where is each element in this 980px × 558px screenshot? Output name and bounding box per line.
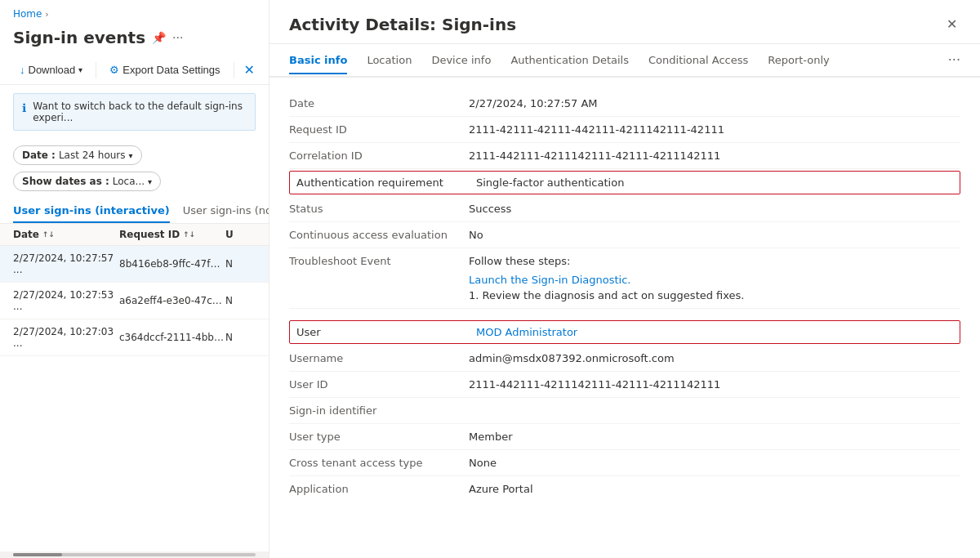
tab-non-interactive[interactable]: User sign-ins (non... xyxy=(183,198,270,223)
row-user: N xyxy=(225,258,256,270)
toolbar-close-icon[interactable]: ✕ xyxy=(244,62,255,78)
field-troubleshoot: Troubleshoot Event Follow these steps: L… xyxy=(289,248,960,309)
date-format-filter-chip[interactable]: Show dates as : Loca... ▾ xyxy=(13,172,161,191)
field-application: Application Azure Portal xyxy=(289,476,960,502)
tab-report-only[interactable]: Report-only xyxy=(768,46,830,74)
row-reqid: c364dccf-2111-4bbd-... xyxy=(119,332,225,343)
detail-tabs: Basic info Location Device info Authenti… xyxy=(270,44,980,78)
filter-chevron-icon: ▾ xyxy=(129,151,133,160)
info-icon: ℹ xyxy=(22,101,26,114)
row-user: N xyxy=(225,332,256,343)
toolbar-divider xyxy=(96,62,96,78)
field-status: Status Success xyxy=(289,196,960,222)
toolbar: ↓ Download ▾ ⚙ Export Data Settings ✕ xyxy=(0,56,269,85)
scrollbar[interactable] xyxy=(0,551,269,558)
tab-basic-info[interactable]: Basic info xyxy=(289,46,347,74)
col-header-date[interactable]: Date ↑↓ xyxy=(13,229,119,240)
launch-diagnostic-link[interactable]: Launch the Sign-in Diagnostic. xyxy=(469,274,960,286)
gear-icon: ⚙ xyxy=(109,64,119,76)
troubleshoot-note: 1. Review the diagnosis and act on sugge… xyxy=(469,289,960,301)
table-header: Date ↑↓ Request ID ↑↓ U xyxy=(0,224,269,246)
info-banner: ℹ Want to switch back to the default sig… xyxy=(13,93,256,131)
sort-reqid-icon: ↑↓ xyxy=(183,230,195,239)
detail-title: Activity Details: Sign-ins xyxy=(289,15,516,34)
filter-chevron-icon-2: ▾ xyxy=(148,177,152,186)
field-signin-identifier: Sign-in identifier xyxy=(289,398,960,424)
field-username: Username admin@msdx087392.onmicrosoft.co… xyxy=(289,346,960,372)
field-request-id: Request ID 2111-42111-42111-442111-42111… xyxy=(289,117,960,143)
detail-content: Date 2/27/2024, 10:27:57 AM Request ID 2… xyxy=(270,78,980,558)
sort-date-icon: ↑↓ xyxy=(42,230,55,239)
download-chevron-icon: ▾ xyxy=(78,65,82,74)
table-row[interactable]: 2/27/2024, 10:27:57 ... 8b416eb8-9ffc-47… xyxy=(0,246,269,283)
tab-location[interactable]: Location xyxy=(367,46,412,74)
col-header-user: U xyxy=(225,229,256,240)
download-icon: ↓ xyxy=(20,64,25,76)
field-date: Date 2/27/2024, 10:27:57 AM xyxy=(289,91,960,117)
export-settings-button[interactable]: ⚙ Export Data Settings xyxy=(103,60,226,79)
field-cross-tenant: Cross tenant access type None xyxy=(289,450,960,476)
filters-row: Date : Last 24 hours ▾ Show dates as : L… xyxy=(0,139,269,198)
scrollbar-thumb xyxy=(13,553,62,556)
section-spacer xyxy=(289,309,960,319)
detail-close-button[interactable]: ✕ xyxy=(943,13,960,35)
tab-interactive[interactable]: User sign-ins (interactive) xyxy=(13,198,170,223)
field-user-id: User ID 2111-442111-4211142111-42111-421… xyxy=(289,372,960,398)
troubleshoot-cell: Follow these steps: Launch the Sign-in D… xyxy=(469,255,960,301)
row-reqid: a6a2eff4-e3e0-47ca-... xyxy=(119,295,225,306)
row-date: 2/27/2024, 10:27:03 ... xyxy=(13,326,119,349)
sign-in-tabs: User sign-ins (interactive) User sign-in… xyxy=(0,198,269,224)
breadcrumb-chevron: › xyxy=(45,10,48,19)
detail-panel: Activity Details: Sign-ins ✕ Basic info … xyxy=(270,0,980,558)
tab-device-info[interactable]: Device info xyxy=(431,46,491,74)
troubleshoot-steps: Follow these steps: xyxy=(469,255,960,267)
table-row[interactable]: 2/27/2024, 10:27:53 ... a6a2eff4-e3e0-47… xyxy=(0,283,269,319)
row-date: 2/27/2024, 10:27:57 ... xyxy=(13,252,119,275)
download-button[interactable]: ↓ Download ▾ xyxy=(13,60,89,79)
tab-authentication-details[interactable]: Authentication Details xyxy=(510,46,629,74)
panel-more-icon[interactable]: ··· xyxy=(172,31,183,44)
field-auth-requirement: Authentication requirement Single-factor… xyxy=(289,171,960,194)
left-panel: Home › Sign-in events 📌 ··· ↓ Download ▾… xyxy=(0,0,270,558)
breadcrumb: Home › xyxy=(0,0,269,25)
field-user-type: User type Member xyxy=(289,424,960,450)
table-row[interactable]: 2/27/2024, 10:27:03 ... c364dccf-2111-4b… xyxy=(0,319,269,356)
table-body: 2/27/2024, 10:27:57 ... 8b416eb8-9ffc-47… xyxy=(0,246,269,551)
field-correlation-id: Correlation ID 2111-442111-4211142111-42… xyxy=(289,143,960,169)
field-continuous-access: Continuous access evaluation No xyxy=(289,222,960,248)
row-reqid: 8b416eb8-9ffc-47f4-... xyxy=(119,258,225,270)
info-banner-text: Want to switch back to the default sign-… xyxy=(33,100,247,123)
breadcrumb-home[interactable]: Home xyxy=(13,8,42,20)
user-link[interactable]: MOD Administrator xyxy=(476,326,577,338)
panel-title: Sign-in events xyxy=(13,28,145,47)
pin-icon[interactable]: 📌 xyxy=(152,31,166,44)
col-header-reqid[interactable]: Request ID ↑↓ xyxy=(119,229,225,240)
field-user: User MOD Administrator xyxy=(289,320,960,344)
date-filter-chip[interactable]: Date : Last 24 hours ▾ xyxy=(13,145,142,165)
toolbar-divider-2 xyxy=(234,62,234,78)
scrollbar-track xyxy=(13,553,256,556)
detail-header: Activity Details: Sign-ins ✕ xyxy=(270,0,980,44)
tab-conditional-access[interactable]: Conditional Access xyxy=(648,46,748,74)
row-date: 2/27/2024, 10:27:53 ... xyxy=(13,289,119,312)
tab-more-button[interactable]: ··· xyxy=(948,44,960,76)
panel-title-row: Sign-in events 📌 ··· xyxy=(0,25,269,56)
row-user: N xyxy=(225,295,256,306)
